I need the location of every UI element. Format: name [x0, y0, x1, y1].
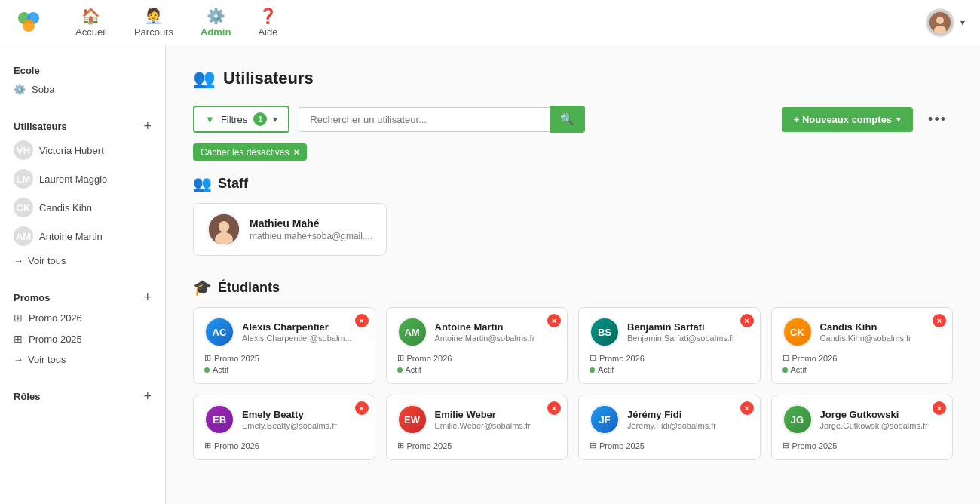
student-card-benjamin[interactable]: × BS Benjamin Sarfati Benjamin.Sarfati@s…: [578, 307, 761, 384]
staff-section: 👥 Staff Mathieu Mahé mathieu.mahe+soba@g…: [193, 174, 953, 256]
student-close-benjamin[interactable]: ×: [740, 314, 754, 327]
admin-icon: ⚙️: [207, 7, 225, 25]
promo-icon-benjamin: ⊞: [590, 353, 596, 363]
sidebar-ecole-title: Ecole: [0, 60, 165, 79]
student-email-emely: Emely.Beatty@sobalms.fr: [242, 421, 337, 430]
student-close-emilie[interactable]: ×: [547, 401, 561, 415]
student-card-antoine[interactable]: × AM Antoine Martin Antoine.Martin@sobal…: [386, 307, 568, 384]
student-close-alexis[interactable]: ×: [355, 314, 369, 327]
sidebar-item-laurent[interactable]: LM Laurent Maggio: [0, 164, 165, 193]
sidebar-laurent-label: Laurent Maggio: [39, 174, 152, 185]
student-avatar-jorge: JG: [782, 404, 813, 435]
student-status-benjamin: Actif: [590, 365, 749, 374]
user-avatar-nav[interactable]: [926, 8, 954, 37]
student-close-antoine[interactable]: ×: [547, 314, 561, 327]
staff-card-mathieu[interactable]: Mathieu Mahé mathieu.mahe+soba@gmail....: [193, 203, 387, 256]
nav-aide-label: Aide: [258, 26, 277, 38]
active-filters: Cacher les désactivés ×: [193, 143, 953, 161]
more-options-button[interactable]: •••: [922, 109, 953, 131]
student-card-alexis[interactable]: × AC Alexis Charpentier Alexis.Charpenti…: [193, 307, 375, 384]
filter-tag-close[interactable]: ×: [293, 146, 299, 158]
svg-point-4: [936, 17, 944, 24]
student-promo-label-jeremy: Promo 2025: [599, 441, 645, 450]
nav-aide[interactable]: ❓ Aide: [247, 1, 288, 44]
staff-icon: 👥: [193, 174, 212, 192]
nav-parcours[interactable]: 🧑‍💼 Parcours: [124, 1, 184, 44]
nav-admin[interactable]: ⚙️ Admin: [190, 1, 241, 44]
student-close-emely[interactable]: ×: [355, 401, 369, 415]
student-email-candis: Candis.Kihn@sobalms.fr: [820, 333, 911, 343]
home-icon: 🏠: [81, 7, 100, 25]
roles-add-button[interactable]: +: [143, 389, 152, 403]
student-email-jorge: Jorge.Gutkowski@sobalms.fr: [820, 421, 928, 430]
student-promo-label-benjamin: Promo 2026: [599, 354, 645, 363]
student-card-candis[interactable]: × CK Candis Kihn Candis.Kihn@sobalms.fr …: [771, 307, 954, 384]
promos-add-button[interactable]: +: [143, 290, 152, 304]
svg-point-7: [219, 221, 230, 232]
student-name-jeremy: Jérémy Fidi: [627, 409, 716, 420]
promo-icon-candis: ⊞: [782, 353, 789, 363]
promos-voir-tous[interactable]: → Voir tous: [0, 349, 165, 370]
sidebar-roles-header: Rôles +: [0, 385, 165, 406]
student-close-jeremy[interactable]: ×: [740, 401, 754, 415]
student-promo-jeremy: ⊞ Promo 2025: [590, 441, 749, 450]
staff-title-text: Staff: [218, 176, 248, 192]
aide-icon: ❓: [259, 7, 277, 25]
student-close-candis[interactable]: ×: [933, 314, 946, 327]
student-status-alexis: Actif: [204, 365, 364, 374]
sidebar-item-soba[interactable]: ⚙️ Soba: [0, 79, 165, 100]
mathieu-email: mathieu.mahe+soba@gmail....: [250, 231, 372, 241]
student-email-jeremy: Jérémy.Fidi@sobalms.fr: [627, 421, 716, 430]
nav-items: 🏠 Accueil 🧑‍💼 Parcours ⚙️ Admin ❓ Aide: [65, 1, 903, 44]
student-card-jorge[interactable]: × JG Jorge Gutkowski Jorge.Gutkowski@sob…: [771, 395, 954, 460]
sidebar-utilisateurs-title: Utilisateurs: [14, 121, 67, 132]
promo-icon-jeremy: ⊞: [590, 441, 596, 450]
page-title-text: Utilisateurs: [223, 69, 314, 88]
status-dot-candis: [782, 367, 788, 373]
sidebar-promo2025-label: Promo 2025: [29, 333, 152, 345]
sidebar-utilisateurs-header: Utilisateurs +: [0, 115, 165, 136]
promo-icon2: ⊞: [14, 333, 23, 345]
student-status-label-antoine: Actif: [406, 365, 421, 374]
search-input[interactable]: [299, 107, 550, 132]
sidebar-antoine-label: Antoine Martin: [39, 231, 152, 242]
student-card-emely[interactable]: × EB Emely Beatty Emely.Beatty@sobalms.f…: [193, 395, 375, 460]
student-status-label-alexis: Actif: [213, 365, 228, 374]
student-avatar-benjamin: BS: [590, 317, 620, 347]
more-icon: •••: [928, 112, 947, 127]
app-logo[interactable]: [15, 9, 42, 36]
student-card-emilie[interactable]: × EW Emilie Weber Emilie.Weber@sobalms.f…: [386, 395, 568, 460]
filter-count: 1: [253, 112, 267, 126]
staff-section-title: 👥 Staff: [193, 174, 953, 192]
new-accounts-chevron-icon: ▾: [896, 115, 901, 124]
filter-button[interactable]: ▼ Filtres 1 ▾: [193, 106, 289, 133]
student-name-emely: Emely Beatty: [242, 409, 337, 420]
promo-icon-emely: ⊞: [204, 441, 211, 450]
search-button[interactable]: 🔍: [550, 106, 585, 133]
student-close-jorge[interactable]: ×: [933, 401, 946, 415]
students-grid: × AC Alexis Charpentier Alexis.Charpenti…: [193, 307, 953, 460]
sidebar-item-candis[interactable]: CK Candis Kihn: [0, 193, 165, 222]
utilisateurs-add-button[interactable]: +: [143, 119, 152, 133]
nav-admin-label: Admin: [201, 26, 231, 38]
sidebar-item-antoine[interactable]: AM Antoine Martin: [0, 222, 165, 250]
student-name-benjamin: Benjamin Sarfati: [627, 321, 735, 333]
student-card-jeremy[interactable]: × JF Jérémy Fidi Jérémy.Fidi@sobalms.fr …: [578, 395, 761, 460]
student-avatar-jeremy: JF: [590, 404, 620, 435]
sidebar-utilisateurs-section: Utilisateurs + VH Victoria Hubert LM Lau…: [0, 115, 165, 271]
sidebar-roles-section: Rôles +: [0, 385, 165, 406]
filter-chevron-icon: ▾: [273, 114, 277, 124]
new-accounts-button[interactable]: + Nouveaux comptes ▾: [782, 107, 913, 132]
student-status-antoine: Actif: [397, 365, 557, 374]
nav-accueil[interactable]: 🏠 Accueil: [65, 1, 118, 44]
student-status-label-candis: Actif: [791, 365, 807, 374]
mathieu-info: Mathieu Mahé mathieu.mahe+soba@gmail....: [250, 217, 372, 241]
sidebar-promos-title: Promos: [14, 292, 50, 303]
user-menu-chevron[interactable]: ▾: [960, 17, 965, 28]
sidebar-item-victoria[interactable]: VH Victoria Hubert: [0, 136, 165, 164]
sidebar-item-promo2026[interactable]: ⊞ Promo 2026: [0, 307, 165, 328]
sidebar-item-promo2025[interactable]: ⊞ Promo 2025: [0, 328, 165, 349]
utilisateurs-voir-tous[interactable]: → Voir tous: [0, 250, 165, 271]
student-name-candis: Candis Kihn: [820, 321, 911, 333]
new-accounts-label: + Nouveaux comptes: [794, 114, 892, 125]
